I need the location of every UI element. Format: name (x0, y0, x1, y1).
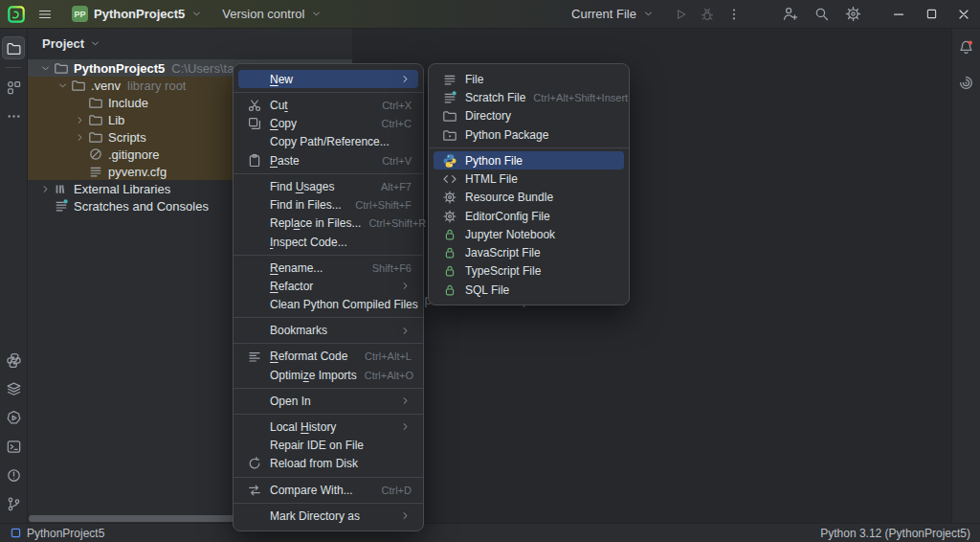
menu-item-jupyter-notebook[interactable]: Jupyter Notebook (434, 225, 624, 243)
menu-item-shortcut: Ctrl+Shift+R (368, 217, 426, 229)
menu-item-repair-ide-on-file[interactable]: Repair IDE on File (238, 437, 418, 455)
tool-rail-button-notifications[interactable] (955, 35, 978, 58)
minimize-button[interactable] (882, 0, 915, 29)
menu-item-python-file[interactable]: Python File (434, 151, 624, 169)
settings-gear-icon[interactable] (845, 6, 861, 22)
tool-rail-button-structure[interactable] (2, 76, 25, 99)
structure-tool-icon (6, 79, 22, 96)
menu-separator (234, 173, 423, 174)
menu-item-open-in[interactable]: Open In (238, 392, 418, 410)
status-interpreter-widget[interactable]: Python 3.12 (PythonProject5) (820, 527, 970, 540)
menu-item-shortcut: Ctrl+X (382, 100, 412, 111)
menu-item-label: File (465, 73, 483, 86)
menu-item-clean-python-compiled-files[interactable]: Clean Python Compiled Files (238, 296, 418, 314)
tool-rail-button-project[interactable] (2, 36, 25, 59)
project-panel-header[interactable]: Project (28, 29, 352, 57)
close-button[interactable] (947, 0, 980, 29)
menu-item-python-package[interactable]: Python Package (434, 125, 624, 144)
menu-item-reload-from-disk[interactable]: Reload from Disk (238, 455, 418, 473)
menu-item-reformat-code[interactable]: Reformat CodeCtrl+Alt+L (238, 348, 418, 366)
tool-rail-button-python-console[interactable] (2, 349, 25, 372)
new-submenu: FileScratch FileCtrl+Alt+Shift+InsertDir… (428, 63, 630, 305)
menu-item-new[interactable]: New (238, 70, 418, 88)
run-icon[interactable] (673, 7, 688, 22)
tree-item-label: .venv (91, 79, 121, 93)
python-icon (442, 153, 457, 169)
menu-item-copy-path-reference[interactable]: Copy Path/Reference... (238, 133, 418, 151)
menu-item-bookmarks[interactable]: Bookmarks (238, 322, 418, 340)
menu-item-optimize-imports[interactable]: Optimize ImportsCtrl+Alt+O (238, 366, 418, 384)
tool-rail-button-problems[interactable] (2, 463, 25, 486)
terminal-tool-icon (6, 439, 22, 455)
menu-separator (429, 147, 629, 148)
search-everywhere-icon[interactable] (813, 6, 830, 22)
maximize-button[interactable] (915, 0, 947, 29)
tool-rail-button-terminal[interactable] (2, 435, 25, 458)
paste-icon (247, 153, 262, 169)
menu-item-directory[interactable]: Directory (434, 107, 624, 125)
title-bar-right: Current File (565, 0, 980, 29)
menu-item-shortcut: Ctrl+C (382, 118, 412, 129)
menu-item-paste[interactable]: PasteCtrl+V (238, 151, 418, 169)
code-with-me-icon[interactable] (782, 6, 798, 22)
tool-rail-button-more-tool-windows[interactable] (2, 104, 25, 127)
close-icon (956, 7, 971, 22)
scratch-file-icon (442, 90, 457, 105)
lock-icon (442, 227, 457, 242)
menu-item-scratch-file[interactable]: Scratch FileCtrl+Alt+Shift+Insert (434, 88, 624, 106)
menu-item-javascript-file[interactable]: JavaScript File (434, 243, 624, 261)
status-project-widget[interactable]: PythonProject5 (10, 527, 104, 540)
project-widget[interactable]: PP PythonProject5 (65, 3, 210, 26)
python-package-icon (442, 127, 457, 143)
scratches-icon (53, 198, 70, 214)
menu-item-local-history[interactable]: Local History (238, 418, 418, 436)
menu-item-label: Copy (270, 117, 297, 130)
tree-item-label: External Libraries (74, 182, 170, 196)
chevron-down-icon[interactable] (55, 79, 70, 92)
debug-icon[interactable] (700, 7, 715, 22)
vcs-widget[interactable]: Version control (215, 3, 329, 26)
tool-rail-button-ai-assistant[interactable] (955, 71, 978, 94)
menu-item-html-file[interactable]: HTML File (434, 169, 624, 188)
menu-item-shortcut: Ctrl+Alt+Shift+Insert (533, 92, 628, 103)
chevron-right-icon[interactable] (72, 114, 87, 126)
menu-item-resource-bundle[interactable]: Resource Bundle (434, 189, 624, 207)
menu-item-typescript-file[interactable]: TypeScript File (434, 262, 624, 281)
submenu-arrow-icon (399, 395, 412, 407)
tool-rail-button-python-packages[interactable] (2, 377, 25, 400)
menu-item-label: Reload from Disk (270, 457, 358, 470)
menu-item-inspect-code[interactable]: Inspect Code... (238, 233, 418, 251)
chevron-right-icon[interactable] (72, 131, 87, 144)
project-badge: PP (72, 6, 88, 22)
folder-icon (87, 112, 104, 127)
tool-rail-button-services[interactable] (2, 406, 25, 429)
tree-item-label: pyvenv.cfg (108, 165, 167, 179)
tool-rail-button-version-control[interactable] (2, 492, 25, 515)
menu-item-copy[interactable]: CopyCtrl+C (238, 114, 418, 132)
chevron-right-icon[interactable] (37, 183, 53, 195)
menu-item-label: Replace in Files... (270, 216, 361, 230)
menu-item-compare-with[interactable]: Compare With...Ctrl+D (238, 481, 418, 499)
context-menu: NewCutCtrl+XCopyCtrl+CCopy Path/Referenc… (233, 63, 424, 531)
menu-item-mark-directory-as[interactable]: Mark Directory as (238, 507, 418, 525)
menu-item-refactor[interactable]: Refactor (238, 277, 418, 295)
minimize-icon (891, 7, 906, 22)
menu-item-editorconfig-file[interactable]: EditorConfig File (434, 207, 624, 225)
menu-item-sql-file[interactable]: SQL File (434, 281, 624, 299)
chevron-down-icon[interactable] (37, 62, 53, 75)
menu-item-replace-in-files[interactable]: Replace in Files...Ctrl+Shift+R (238, 215, 418, 233)
ignored-file-icon (87, 147, 104, 162)
menu-item-label: Resource Bundle (465, 191, 553, 204)
menu-item-rename[interactable]: Rename...Shift+F6 (238, 259, 418, 277)
menu-item-file[interactable]: File (434, 70, 624, 88)
menu-separator (234, 343, 423, 344)
run-config-widget[interactable]: Current File (565, 3, 661, 26)
menu-separator (234, 255, 423, 256)
menu-item-cut[interactable]: CutCtrl+X (238, 96, 418, 114)
menu-item-label: Inspect Code... (270, 236, 347, 249)
main-menu-button[interactable] (31, 3, 59, 26)
menu-item-label: Python File (465, 154, 523, 168)
menu-item-find-in-files[interactable]: Find in Files...Ctrl+Shift+F (238, 195, 418, 214)
menu-item-find-usages[interactable]: Find UsagesAlt+F7 (238, 177, 418, 195)
more-actions-icon[interactable] (726, 7, 742, 22)
